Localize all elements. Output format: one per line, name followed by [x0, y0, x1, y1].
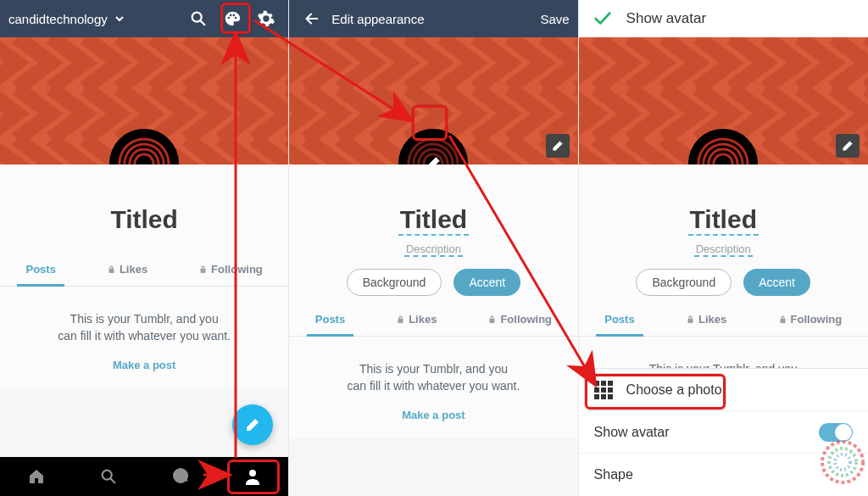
- avatar[interactable]: [109, 129, 179, 164]
- nav-messages-icon[interactable]: [167, 463, 194, 490]
- empty-state-text: This is your Tumblr, and youcan fill it …: [0, 287, 288, 352]
- blog-title-editable[interactable]: Titled: [579, 205, 868, 236]
- make-a-post-link[interactable]: Make a post: [0, 352, 288, 388]
- grid-icon: [594, 381, 613, 399]
- chevron-down-icon[interactable]: [114, 14, 125, 24]
- edit-header-icon[interactable]: [836, 134, 860, 158]
- header-banner[interactable]: [579, 37, 868, 164]
- search-icon[interactable]: [185, 5, 212, 32]
- gear-icon[interactable]: [253, 5, 280, 32]
- empty-state-text: This is your Tumblr, and youcan fill it …: [289, 337, 577, 402]
- tab-following[interactable]: Following: [776, 304, 846, 336]
- lock-icon: [199, 265, 207, 274]
- svg-point-19: [829, 449, 856, 476]
- topbar: Edit appearance Save: [289, 0, 577, 37]
- choose-photo-row[interactable]: Choose a photo: [579, 369, 868, 411]
- screen-edit-appearance: Edit appearance Save Titled Description …: [289, 0, 578, 496]
- tab-likes[interactable]: Likes: [104, 254, 151, 286]
- tab-likes[interactable]: Likes: [683, 304, 730, 336]
- topbar: Show avatar: [579, 0, 868, 37]
- tab-posts[interactable]: Posts: [312, 304, 348, 336]
- header-banner[interactable]: [289, 37, 577, 164]
- page-title: Show avatar: [626, 10, 707, 27]
- blog-description-editable[interactable]: Description: [579, 239, 868, 257]
- compose-fab[interactable]: [232, 404, 273, 445]
- tab-posts[interactable]: Posts: [601, 304, 637, 336]
- page-title: Edit appearance: [331, 12, 424, 26]
- screen-show-avatar: Show avatar Titled Description Backgroun…: [579, 0, 868, 496]
- save-button[interactable]: Save: [540, 12, 569, 26]
- tab-following[interactable]: Following: [485, 304, 555, 336]
- lock-icon: [108, 265, 115, 274]
- edit-avatar-icon: [398, 129, 468, 164]
- tab-likes[interactable]: Likes: [393, 304, 440, 336]
- bottom-nav: [0, 457, 288, 496]
- nav-account-icon[interactable]: [239, 463, 266, 490]
- lock-icon: [397, 315, 404, 324]
- palette-icon[interactable]: [219, 5, 246, 32]
- watermark-logo-icon: [821, 440, 865, 484]
- blog-title: Titled: [0, 205, 288, 234]
- background-color-button[interactable]: Background: [636, 269, 732, 296]
- accent-color-button[interactable]: Accent: [453, 269, 520, 296]
- lock-icon: [779, 315, 787, 324]
- nav-home-icon[interactable]: [23, 463, 50, 490]
- show-avatar-toggle[interactable]: [819, 423, 853, 442]
- tab-posts[interactable]: Posts: [22, 254, 58, 286]
- topbar: candidtechnology: [0, 0, 288, 37]
- back-icon[interactable]: [298, 5, 325, 32]
- screen-blog-profile: candidtechnology Titled Posts Likes Foll…: [0, 0, 289, 496]
- avatar[interactable]: [688, 129, 758, 164]
- nav-search-icon[interactable]: [95, 463, 122, 490]
- svg-point-20: [835, 454, 850, 470]
- tab-following[interactable]: Following: [196, 254, 266, 286]
- confirm-icon[interactable]: [589, 5, 616, 32]
- edit-header-icon[interactable]: [546, 134, 570, 158]
- background-color-button[interactable]: Background: [347, 269, 442, 296]
- accent-color-button[interactable]: Accent: [743, 269, 810, 296]
- header-banner: [0, 37, 288, 164]
- lock-icon: [687, 315, 694, 324]
- avatar-edit[interactable]: [398, 129, 468, 164]
- blog-title-editable[interactable]: Titled: [289, 205, 577, 236]
- blog-username[interactable]: candidtechnology: [8, 12, 108, 26]
- blog-description-editable[interactable]: Description: [289, 239, 577, 257]
- lock-icon: [488, 315, 496, 324]
- make-a-post-link[interactable]: Make a post: [289, 402, 577, 438]
